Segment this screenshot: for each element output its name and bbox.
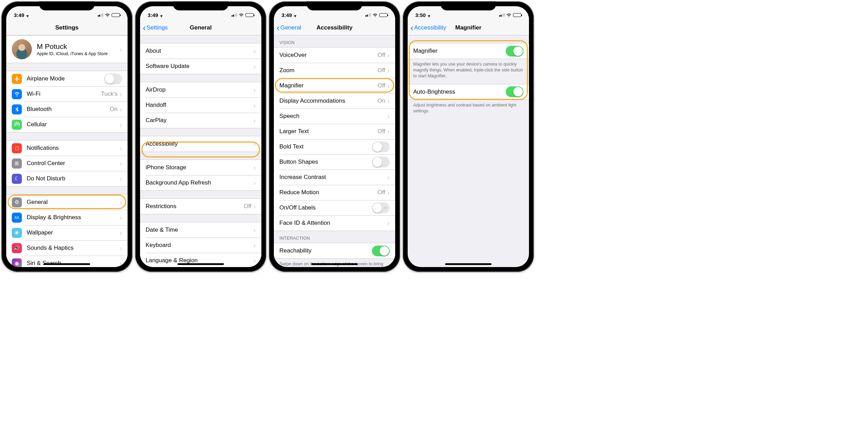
notifications-icon: ◻︎ bbox=[12, 143, 22, 153]
battery-icon bbox=[513, 13, 521, 17]
row-reduce-motion[interactable]: Reduce MotionOff› bbox=[274, 185, 395, 200]
row-do-not-disturb[interactable]: ☾ Do Not Disturb › bbox=[6, 171, 128, 186]
row-restrictions[interactable]: RestrictionsOff› bbox=[140, 199, 261, 214]
toggle-reachability[interactable] bbox=[372, 246, 390, 256]
back-button[interactable]: ‹Settings bbox=[143, 23, 168, 32]
row-sounds-haptics[interactable]: 🔊 Sounds & Haptics › bbox=[6, 240, 128, 256]
nav-bar: ‹Settings General bbox=[140, 20, 261, 35]
row-background-app-refresh[interactable]: Background App Refresh› bbox=[140, 175, 261, 190]
wifi-icon bbox=[238, 12, 244, 18]
row-airplane-mode[interactable]: Airplane Mode bbox=[6, 71, 128, 86]
notch bbox=[441, 1, 496, 10]
notch bbox=[39, 1, 95, 10]
toggle-bold-text[interactable] bbox=[372, 142, 390, 152]
chevron-right-icon: › bbox=[253, 257, 256, 265]
sounds-icon: 🔊 bbox=[12, 243, 22, 253]
phone-2-general: 3:49 ‹Settings General About› Software U… bbox=[135, 1, 266, 272]
row-voiceover[interactable]: VoiceOverOff› bbox=[274, 48, 395, 63]
display-icon: AA bbox=[12, 213, 22, 223]
row-zoom[interactable]: ZoomOff› bbox=[274, 63, 395, 78]
chevron-right-icon: › bbox=[253, 241, 256, 249]
row-wallpaper[interactable]: ❀ Wallpaper › bbox=[6, 225, 128, 240]
row-magnifier[interactable]: MagnifierOff› bbox=[274, 78, 395, 93]
nav-bar: ‹General Accessibility bbox=[274, 20, 395, 35]
battery-icon bbox=[245, 13, 254, 17]
row-handoff[interactable]: Handoff› bbox=[140, 97, 261, 113]
chevron-right-icon: › bbox=[120, 90, 122, 98]
signal-icon bbox=[499, 13, 505, 17]
row-faceid-attention[interactable]: Face ID & Attention› bbox=[274, 215, 395, 231]
wallpaper-icon: ❀ bbox=[12, 228, 22, 238]
row-control-center[interactable]: ⊞ Control Center › bbox=[6, 156, 128, 171]
row-display-accommodations[interactable]: Display AccommodationsOn› bbox=[274, 93, 395, 109]
chevron-right-icon: › bbox=[120, 144, 122, 152]
battery-icon bbox=[379, 13, 388, 17]
chevron-right-icon: › bbox=[120, 198, 122, 206]
status-time: 3:49 bbox=[148, 12, 158, 18]
notch bbox=[307, 1, 362, 10]
chevron-right-icon: › bbox=[253, 203, 256, 211]
wifi-icon bbox=[372, 12, 378, 18]
row-carplay[interactable]: CarPlay› bbox=[140, 113, 261, 128]
chevron-right-icon: › bbox=[253, 86, 256, 94]
row-display-brightness[interactable]: AA Display & Brightness › bbox=[6, 210, 128, 225]
row-accessibility[interactable]: Accessibility› bbox=[140, 136, 261, 152]
row-onoff-labels[interactable]: On/Off Labels bbox=[274, 200, 395, 215]
row-software-update[interactable]: Software Update› bbox=[140, 59, 261, 74]
row-reachability[interactable]: Reachability bbox=[274, 243, 395, 258]
home-indicator bbox=[445, 263, 492, 265]
bluetooth-icon bbox=[12, 104, 22, 114]
phone-4-magnifier: 3:50 ‹Accessibility Magnifier Magnifier … bbox=[403, 1, 534, 272]
location-icon bbox=[159, 12, 163, 18]
row-siri-search[interactable]: ◉ Siri & Search › bbox=[6, 256, 128, 267]
row-speech[interactable]: Speech› bbox=[274, 109, 395, 124]
chevron-right-icon: › bbox=[253, 226, 256, 234]
chevron-right-icon: › bbox=[120, 175, 122, 183]
row-iphone-storage[interactable]: iPhone Storage› bbox=[140, 160, 261, 175]
row-bold-text[interactable]: Bold Text bbox=[274, 139, 395, 154]
row-larger-text[interactable]: Larger TextOff› bbox=[274, 124, 395, 139]
signal-icon bbox=[232, 13, 237, 17]
chevron-right-icon: › bbox=[120, 105, 122, 113]
row-button-shapes[interactable]: Button Shapes bbox=[274, 154, 395, 170]
chevron-left-icon: ‹ bbox=[410, 23, 414, 32]
row-airdrop[interactable]: AirDrop› bbox=[140, 82, 261, 97]
auto-brightness-footer: Adjust brightness and contrast based on … bbox=[408, 100, 529, 117]
toggle-airplane[interactable] bbox=[104, 74, 122, 84]
chevron-right-icon: › bbox=[120, 160, 122, 168]
toggle-button-shapes[interactable] bbox=[372, 157, 390, 168]
chevron-right-icon: › bbox=[120, 229, 122, 237]
row-wifi[interactable]: Wi-Fi Tuck's › bbox=[6, 86, 128, 102]
row-general[interactable]: ⚙︎ General › bbox=[6, 195, 128, 210]
general-icon: ⚙︎ bbox=[12, 197, 22, 207]
toggle-magnifier[interactable] bbox=[506, 46, 523, 57]
home-indicator bbox=[311, 263, 358, 265]
chevron-right-icon: › bbox=[387, 189, 390, 197]
row-bluetooth[interactable]: Bluetooth On › bbox=[6, 102, 128, 117]
row-cellular[interactable]: Cellular › bbox=[6, 117, 128, 132]
back-button[interactable]: ‹General bbox=[277, 23, 301, 32]
airplane-icon bbox=[12, 74, 22, 84]
chevron-right-icon: › bbox=[387, 82, 390, 90]
back-button[interactable]: ‹Accessibility bbox=[410, 23, 446, 32]
row-about[interactable]: About› bbox=[140, 43, 261, 59]
section-header-interaction: Interaction bbox=[274, 231, 395, 243]
row-notifications[interactable]: ◻︎ Notifications › bbox=[6, 140, 128, 156]
magnifier-footer: Magnifier lets you use your device's cam… bbox=[408, 59, 529, 82]
chevron-right-icon: › bbox=[253, 179, 256, 187]
chevron-right-icon: › bbox=[387, 51, 390, 59]
row-increase-contrast[interactable]: Increase Contrast› bbox=[274, 170, 395, 185]
chevron-right-icon: › bbox=[253, 47, 256, 55]
row-magnifier-toggle[interactable]: Magnifier bbox=[408, 43, 529, 59]
row-auto-brightness[interactable]: Auto-Brightness bbox=[408, 84, 529, 100]
location-icon bbox=[25, 12, 29, 18]
home-indicator bbox=[44, 263, 90, 265]
row-keyboard[interactable]: Keyboard› bbox=[140, 238, 261, 253]
reachability-footer: Swipe down on the bottom edge of the scr… bbox=[274, 259, 395, 267]
row-date-time[interactable]: Date & Time› bbox=[140, 222, 261, 238]
nav-bar: Settings bbox=[6, 20, 128, 35]
chevron-right-icon: › bbox=[120, 45, 122, 53]
profile-row[interactable]: M Potuck Apple ID, iCloud, iTunes & App … bbox=[6, 36, 128, 63]
toggle-onoff-labels[interactable] bbox=[372, 203, 390, 213]
toggle-auto-brightness[interactable] bbox=[506, 86, 523, 97]
